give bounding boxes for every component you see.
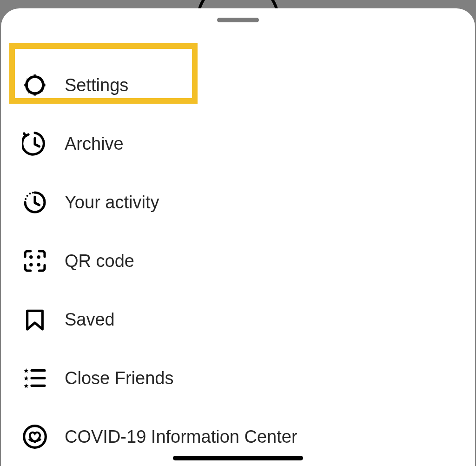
menu-label-close-friends: Close Friends	[65, 368, 173, 388]
bookmark-icon	[22, 306, 48, 333]
activity-icon	[22, 189, 48, 215]
svg-point-6	[29, 255, 33, 259]
qr-code-icon	[22, 248, 48, 274]
bottom-sheet: Settings Archive	[1, 8, 475, 466]
archive-icon	[22, 131, 48, 157]
menu-item-your-activity[interactable]: Your activity	[1, 173, 475, 232]
gear-icon	[22, 72, 48, 98]
svg-point-7	[37, 255, 40, 259]
menu-item-saved[interactable]: Saved	[1, 290, 475, 349]
menu-item-close-friends[interactable]: Close Friends	[1, 349, 475, 407]
drag-handle[interactable]	[217, 18, 259, 22]
heart-circle-icon	[22, 424, 48, 450]
svg-point-5	[32, 192, 34, 193]
svg-point-4	[29, 193, 31, 194]
svg-point-1	[26, 76, 43, 93]
svg-point-13	[24, 426, 46, 448]
menu-label-archive: Archive	[65, 134, 124, 154]
menu-label-qr-code: QR code	[65, 251, 134, 271]
svg-point-9	[37, 263, 40, 266]
svg-point-3	[26, 195, 28, 197]
home-indicator[interactable]	[173, 456, 303, 460]
menu-item-settings[interactable]: Settings	[1, 56, 475, 114]
svg-point-2	[25, 198, 26, 200]
close-friends-icon	[22, 365, 48, 391]
menu-item-qr-code[interactable]: QR code	[1, 232, 475, 290]
menu-label-covid-info: COVID-19 Information Center	[65, 427, 298, 447]
menu-label-your-activity: Your activity	[65, 193, 159, 213]
menu-item-archive[interactable]: Archive	[1, 114, 475, 173]
menu-label-saved: Saved	[65, 310, 115, 330]
svg-point-8	[29, 263, 33, 266]
menu-list: Settings Archive	[1, 27, 475, 466]
menu-label-settings: Settings	[65, 75, 128, 95]
